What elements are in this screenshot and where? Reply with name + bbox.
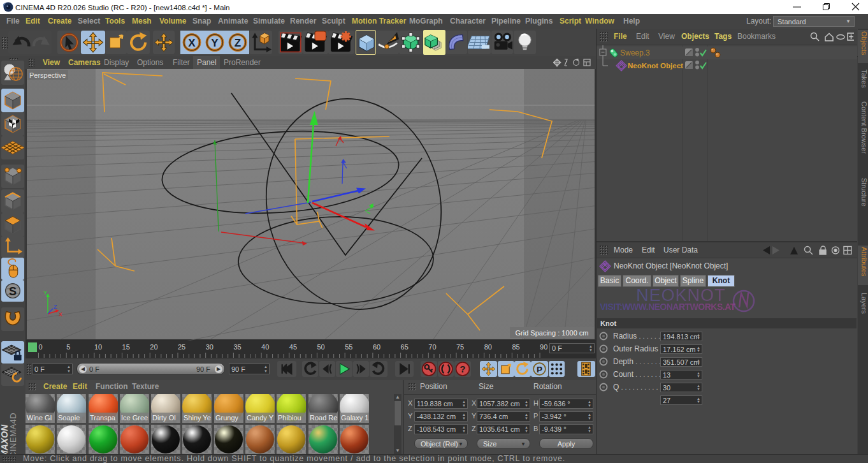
svg-text:65: 65 [401, 343, 409, 351]
svg-text:25: 25 [178, 343, 185, 351]
svg-text:Y: Y [211, 37, 219, 49]
svg-text:70: 70 [428, 343, 436, 351]
svg-text:45: 45 [289, 343, 297, 351]
svg-text:55: 55 [345, 343, 352, 351]
svg-text:Perspective: Perspective [29, 71, 66, 79]
svg-text:50: 50 [317, 343, 325, 351]
svg-text:?: ? [460, 364, 466, 374]
svg-text:X: X [59, 311, 62, 318]
svg-text:30: 30 [206, 343, 213, 351]
svg-text:75: 75 [456, 343, 464, 351]
svg-text:5: 5 [66, 343, 70, 351]
svg-text:Grid Spacing : 1000 cm: Grid Spacing : 1000 cm [516, 329, 589, 337]
svg-text:S: S [9, 285, 17, 298]
svg-text:10: 10 [94, 343, 102, 351]
svg-text:Z: Z [235, 37, 241, 49]
svg-text:X: X [188, 37, 196, 49]
svg-text:85: 85 [512, 343, 519, 351]
svg-text:20: 20 [150, 343, 157, 351]
svg-text:0: 0 [39, 343, 43, 351]
svg-text:35: 35 [233, 343, 241, 351]
svg-text:P: P [537, 365, 542, 374]
svg-text:40: 40 [261, 343, 269, 351]
svg-text:80: 80 [484, 343, 492, 351]
svg-text:Y: Y [43, 290, 47, 296]
svg-text:60: 60 [373, 343, 380, 351]
svg-text:90: 90 [540, 343, 547, 351]
svg-text:Z: Z [54, 304, 57, 310]
svg-text:15: 15 [122, 343, 130, 351]
